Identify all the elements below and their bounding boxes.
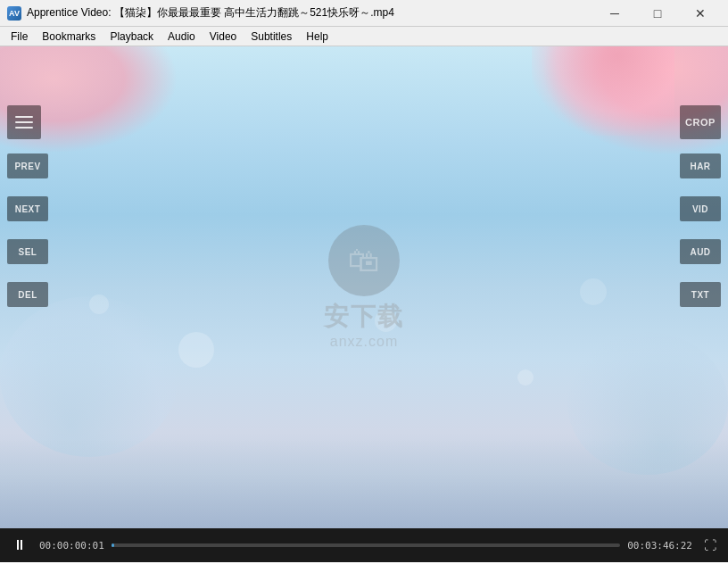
vid-button[interactable]: VID bbox=[680, 196, 721, 221]
close-button[interactable]: ✕ bbox=[680, 0, 721, 27]
progress-fill bbox=[112, 543, 114, 547]
watermark: 🛍 安下载 anxz.com bbox=[324, 225, 404, 350]
bokeh-orb-4 bbox=[580, 278, 607, 305]
progress-bar[interactable] bbox=[112, 543, 620, 547]
controls-bar: ⏸ 00:00:00:01 00:03:46:22 ⛶ bbox=[0, 528, 728, 562]
sel-button[interactable]: SEL bbox=[7, 239, 48, 264]
prev-button[interactable]: PREV bbox=[7, 153, 48, 178]
bokeh-orb-1 bbox=[178, 332, 214, 368]
menu-overlay-button[interactable] bbox=[7, 105, 41, 139]
menu-playback[interactable]: Playback bbox=[103, 28, 161, 46]
menu-file[interactable]: File bbox=[4, 28, 35, 46]
mountain-left bbox=[0, 296, 178, 457]
blossom-branch bbox=[532, 46, 674, 136]
watermark-icon: 🛍 bbox=[328, 225, 400, 296]
title-bar: AV Apprentice Video: 【猫柒】你最最最重要 高中生活力翻跳～… bbox=[0, 0, 728, 27]
watermark-text-en: anxz.com bbox=[330, 334, 398, 350]
har-button[interactable]: HAR bbox=[680, 153, 721, 178]
menu-bookmarks[interactable]: Bookmarks bbox=[35, 28, 103, 46]
ground bbox=[0, 439, 728, 528]
window-title: Apprentice Video: 【猫柒】你最最最重要 高中生活力翻跳～521… bbox=[27, 5, 594, 21]
menu-audio[interactable]: Audio bbox=[161, 28, 203, 46]
txt-button[interactable]: TXT bbox=[680, 282, 721, 307]
minimize-button[interactable]: ─ bbox=[594, 0, 635, 27]
crop-button[interactable]: CROP bbox=[680, 105, 721, 139]
menu-help[interactable]: Help bbox=[299, 28, 335, 46]
video-player[interactable]: 🛍 安下载 anxz.com PREV NEXT SEL DEL CROP HA… bbox=[0, 46, 728, 528]
menu-video[interactable]: Video bbox=[203, 28, 244, 46]
hamburger-icon bbox=[15, 116, 33, 129]
time-current: 00:00:00:01 bbox=[39, 540, 104, 552]
next-button[interactable]: NEXT bbox=[7, 196, 48, 221]
bokeh-orb-3 bbox=[517, 369, 534, 386]
menu-bar: File Bookmarks Playback Audio Video Subt… bbox=[0, 27, 728, 46]
play-pause-button[interactable]: ⏸ bbox=[7, 533, 32, 558]
del-button[interactable]: DEL bbox=[7, 282, 48, 307]
bokeh-orb-5 bbox=[89, 294, 109, 314]
maximize-button[interactable]: □ bbox=[637, 0, 678, 27]
aud-button[interactable]: AUD bbox=[680, 239, 721, 264]
time-total: 00:03:46:22 bbox=[627, 540, 692, 552]
watermark-text-cn: 安下载 bbox=[324, 300, 404, 334]
app-icon: AV bbox=[7, 6, 21, 21]
window-controls: ─ □ ✕ bbox=[594, 0, 721, 27]
menu-subtitles[interactable]: Subtitles bbox=[244, 28, 299, 46]
fullscreen-button[interactable]: ⛶ bbox=[699, 535, 721, 556]
